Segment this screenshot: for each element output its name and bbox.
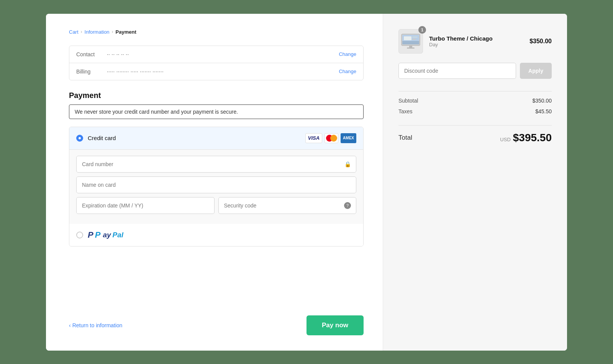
- checkout-container: Cart › Information › Payment Contact ·· …: [46, 14, 567, 351]
- product-image-wrapper: 1: [398, 29, 423, 54]
- breadcrumb-payment: Payment: [116, 29, 136, 35]
- product-name: Turbo Theme / Chicago: [429, 35, 523, 42]
- order-item: 1 Turbo Theme / Chicago Day $350.00: [398, 29, 552, 54]
- apply-discount-button[interactable]: Apply: [520, 63, 552, 79]
- contact-label: Contact: [76, 51, 107, 57]
- payment-methods: Credit card VISA AMEX �: [69, 127, 364, 246]
- svg-rect-7: [407, 47, 415, 49]
- card-number-input[interactable]: [76, 156, 356, 173]
- product-price: $350.00: [529, 38, 552, 45]
- paypal-option[interactable]: P P ay Pal: [69, 224, 363, 246]
- visa-logo: VISA: [305, 133, 322, 143]
- breadcrumb-sep2: ›: [112, 29, 113, 34]
- billing-row: Billing ····· ········ ····· ······· ···…: [69, 63, 363, 80]
- svg-rect-5: [412, 39, 416, 40]
- paypal-radio[interactable]: [76, 232, 83, 238]
- security-code-input[interactable]: [218, 197, 357, 214]
- mastercard-logo: [325, 133, 338, 143]
- breadcrumb-cart[interactable]: Cart: [69, 29, 79, 35]
- divider-1: [398, 91, 552, 91]
- contact-change[interactable]: Change: [339, 51, 356, 57]
- billing-label: Billing: [76, 69, 107, 75]
- name-on-card-input[interactable]: [76, 176, 356, 193]
- product-monitor-svg: [401, 33, 421, 49]
- paypal-logo: P P ay Pal: [88, 230, 123, 240]
- right-panel: 1 Turbo Theme / Chicago Day $350.00 Appl…: [383, 14, 567, 351]
- contact-row: Contact ·· ·· ·· ·· ·· Change: [69, 46, 363, 63]
- product-badge: 1: [418, 26, 426, 34]
- svg-rect-4: [412, 36, 418, 38]
- expiry-input[interactable]: [76, 197, 215, 214]
- billing-change[interactable]: Change: [339, 69, 356, 74]
- return-label: Return to information: [72, 322, 123, 328]
- discount-code-input[interactable]: [398, 63, 516, 79]
- svg-rect-6: [409, 46, 412, 47]
- security-code-wrapper: ?: [218, 197, 357, 214]
- card-form: 🔒 ?: [69, 149, 363, 224]
- contact-value: ·· ·· ·· ·· ··: [107, 51, 339, 57]
- discount-section: Apply: [398, 63, 552, 79]
- billing-value: ····· ········ ····· ······· ·······: [107, 69, 339, 74]
- left-panel: Cart › Information › Payment Contact ·· …: [46, 14, 383, 351]
- breadcrumb: Cart › Information › Payment: [69, 29, 364, 35]
- card-number-wrapper: 🔒: [76, 156, 356, 173]
- total-value: $395.50: [513, 132, 552, 144]
- card-logos: VISA AMEX: [305, 133, 356, 143]
- credit-card-option[interactable]: Credit card VISA AMEX: [69, 127, 363, 149]
- breadcrumb-information[interactable]: Information: [85, 29, 110, 35]
- product-variant: Day: [429, 42, 523, 47]
- total-label: Total: [398, 134, 412, 142]
- total-currency: USD: [500, 137, 510, 142]
- total-value-wrapper: USD $395.50: [500, 132, 552, 144]
- payment-title: Payment: [69, 91, 364, 100]
- security-notice: We never store your credit card number a…: [69, 104, 364, 119]
- subtotal-label: Subtotal: [398, 98, 418, 104]
- product-details: Turbo Theme / Chicago Day: [429, 35, 523, 47]
- subtotal-row: Subtotal $350.00: [398, 98, 552, 104]
- pay-now-button[interactable]: Pay now: [306, 315, 364, 335]
- taxes-label: Taxes: [398, 108, 413, 114]
- amex-logo: AMEX: [341, 133, 356, 143]
- info-box: Contact ·· ·· ·· ·· ·· Change Billing ··…: [69, 46, 364, 80]
- expiry-security-row: ?: [76, 197, 356, 218]
- credit-card-label: Credit card: [88, 135, 305, 141]
- total-row: Total USD $395.50: [398, 125, 552, 144]
- taxes-row: Taxes $45.50: [398, 108, 552, 114]
- lock-icon: 🔒: [344, 161, 351, 167]
- security-code-help-icon[interactable]: ?: [344, 202, 351, 209]
- return-chevron-icon: ‹: [69, 322, 71, 328]
- credit-card-radio[interactable]: [76, 135, 83, 142]
- footer-nav: ‹ Return to information Pay now: [69, 308, 364, 335]
- expiry-wrapper: [76, 197, 215, 214]
- return-to-information-link[interactable]: ‹ Return to information: [69, 322, 122, 328]
- name-on-card-wrapper: [76, 176, 356, 193]
- subtotal-value: $350.00: [532, 98, 552, 104]
- breadcrumb-sep1: ›: [81, 29, 82, 34]
- svg-rect-3: [404, 36, 411, 40]
- taxes-value: $45.50: [535, 108, 552, 114]
